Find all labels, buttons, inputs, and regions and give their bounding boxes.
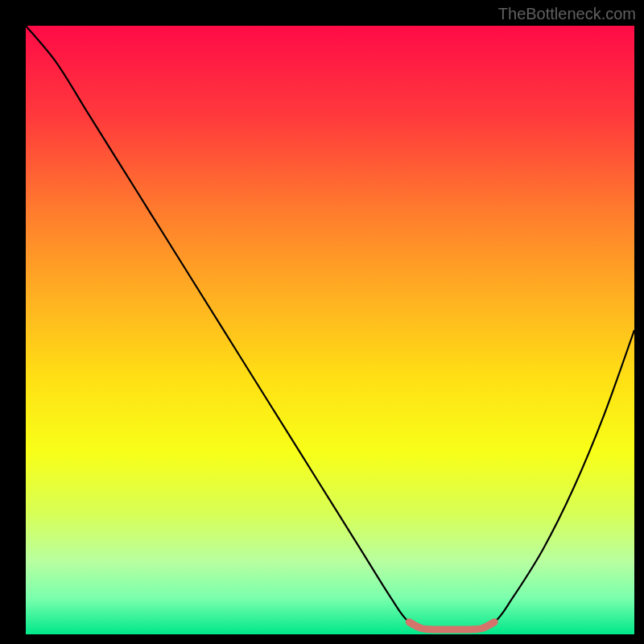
optimal-band-curve (409, 622, 494, 630)
plot-area (26, 26, 634, 634)
bottleneck-curve (26, 26, 634, 632)
watermark-text: TheBottleneck.com (498, 5, 636, 23)
curve-layer (26, 26, 634, 634)
